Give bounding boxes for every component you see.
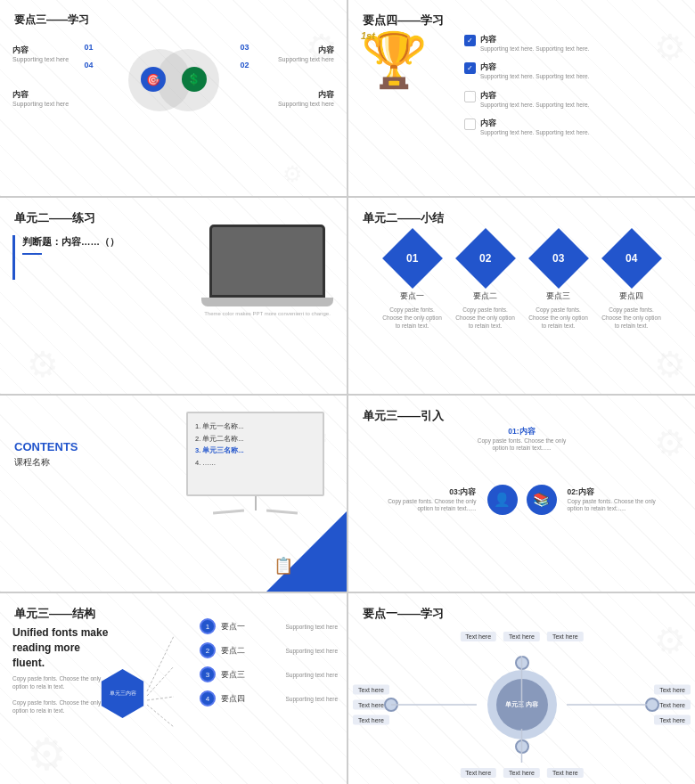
s3-question-area: 判断题：内容……（） <box>12 235 119 280</box>
slide-6-title: 单元三——引入 <box>363 408 681 424</box>
s1-label-br: 内容 Supporting text here <box>278 89 334 107</box>
s8-diagram: 单元三 内容 Text here Text here Text here Tex… <box>348 625 695 784</box>
s8-connector-bottom <box>515 739 529 754</box>
s3-laptop: Theme color makes PPT more convenient to… <box>200 225 334 317</box>
s4-item-2: 02 要点二 Copy paste fonts. Choose the only… <box>454 237 518 330</box>
s5-blue-corner <box>266 511 347 592</box>
slide-4: ⚙ 单元二——小结 01 要点一 Copy paste fonts. Choos… <box>348 198 695 394</box>
s1-num-04: 04 <box>85 61 94 69</box>
s8-right-labels: Text here Text here Text here <box>654 685 691 725</box>
s2-check-4 <box>464 118 476 130</box>
s1-icon-1: 🎯 <box>141 67 166 92</box>
s8-connector-right <box>645 698 659 712</box>
s7-hexagon: 单元三内容 <box>98 669 147 718</box>
slide-2-title: 要点四——学习 <box>363 12 681 29</box>
s1-num-02: 02 <box>241 61 249 69</box>
slide-4-title: 单元二——小结 <box>363 210 681 226</box>
s6-diagram: 01:内容 Copy paste fonts. Choose the only … <box>348 427 695 583</box>
s8-bottom-labels: Text here Text here Text here <box>460 768 583 778</box>
slide-5: ⚙ CONTENTS 课程名称 1. 单元一名称... 2. 单元二名称... … <box>0 396 347 592</box>
s4-items: 01 要点一 Copy paste fonts. Choose the only… <box>363 237 681 330</box>
s8-connector-left <box>384 698 398 712</box>
svg-line-3 <box>147 705 174 727</box>
s6-icon-2: 📚 <box>527 485 557 515</box>
svg-line-2 <box>147 697 174 700</box>
s4-item-1: 01 要点一 Copy paste fonts. Choose the only… <box>380 237 445 330</box>
slide-7: ⚙ 单元三——结构 Unified fonts make reading mor… <box>0 593 347 784</box>
s1-label-tl: 内容 Supporting text here <box>12 45 69 62</box>
slide-3: ⚙ 单元二——练习 判断题：内容……（） Theme color makes P… <box>0 198 347 394</box>
s8-top-labels: Text here Text here Text here <box>460 632 583 641</box>
s2-checklist: ✓ 内容 Supporting text here. Supporting te… <box>464 34 683 137</box>
s1-label-bl: 内容 Supporting text here <box>12 89 69 107</box>
s5-doc-icon: 📋 <box>274 556 293 576</box>
s2-check-1: ✓ <box>464 35 476 46</box>
slide-2: ⚙ 要点四——学习 🏆 1st ✓ 内容 Supporting text her… <box>348 0 695 196</box>
s1-icon-2: 💲 <box>182 67 207 92</box>
s6-icon-1: 👤 <box>487 485 518 515</box>
slide-8: ⚙ 要点一——学习 单元三 内容 Text here Text here Tex… <box>348 593 695 784</box>
s8-connector-top <box>515 656 529 670</box>
s2-1st: 1st <box>361 30 375 41</box>
slide-1-title: 要点三——学习 <box>14 12 332 28</box>
s5-course-name: 课程名称 <box>14 456 50 469</box>
s4-item-3: 03 要点三 Copy paste fonts. Choose the only… <box>527 237 591 330</box>
s7-steps: 1 要点一 Supporting text here 2 要点二 Support… <box>200 618 338 706</box>
s1-label-tr: 内容 Supporting text here <box>278 45 334 62</box>
s1-num-03: 03 <box>241 43 249 52</box>
s5-board: 1. 单元一名称... 2. 单元二名称... 3. 单元三名称... 4. …… <box>186 412 324 513</box>
s4-item-4: 04 要点四 Copy paste fonts. Choose the only… <box>600 237 664 330</box>
svg-line-1 <box>147 666 174 696</box>
s1-venn: 🎯 💲 <box>128 49 219 111</box>
s5-contents-label: CONTENTS <box>14 440 78 453</box>
slide-1: ⚙ ⚙ 要点三——学习 内容 Supporting text here 内容 S… <box>0 0 347 196</box>
s1-num-01: 01 <box>85 43 94 52</box>
s2-trophy: 🏆 <box>361 34 428 87</box>
slide-grid: ⚙ ⚙ 要点三——学习 内容 Supporting text here 内容 S… <box>0 0 695 784</box>
slide-6: ⚙ 单元三——引入 01:内容 Copy paste fonts. Choose… <box>348 396 695 592</box>
s2-check-2: ✓ <box>464 62 476 74</box>
svg-line-0 <box>147 636 174 691</box>
slide-8-title: 要点一——学习 <box>363 606 681 622</box>
s2-check-3 <box>464 91 476 102</box>
